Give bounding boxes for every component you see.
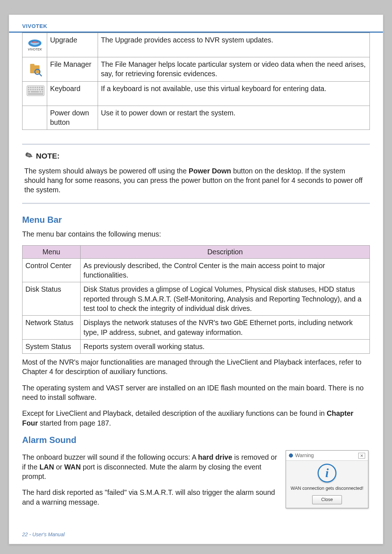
info-icon: i (318, 464, 336, 483)
svg-rect-18 (37, 89, 38, 90)
svg-rect-17 (34, 89, 36, 90)
svg-rect-8 (30, 87, 32, 88)
menu-desc: As previously described, the Control Cen… (81, 258, 370, 282)
menubar-heading: Menu Bar (22, 214, 370, 226)
warning-message: WAN connection gets disconnected! (287, 485, 367, 492)
col-description: Description (81, 246, 370, 258)
table-header-row: Menu Description (23, 246, 370, 258)
menu-name: Control Center (23, 258, 81, 282)
warning-title-text: Warning (295, 452, 314, 459)
table-row: VIVOTEK Upgrade The Upgrade provides acc… (23, 33, 370, 57)
svg-rect-19 (39, 89, 40, 90)
file-manager-icon (26, 61, 43, 78)
table-row: Power down button Use it to power down o… (23, 106, 370, 130)
icon-cell (23, 82, 47, 106)
item-name: File Manager (47, 57, 98, 82)
paragraph: Except for LiveClient and Playback, deta… (22, 409, 370, 428)
table-row: File Manager The File Manager helps loca… (23, 57, 370, 82)
svg-rect-16 (32, 89, 34, 90)
pen-icon: ✎ (22, 148, 35, 163)
svg-rect-24 (42, 91, 43, 93)
table-row: Keyboard If a keyboard is not available,… (23, 82, 370, 106)
warning-title-icon (289, 454, 293, 457)
item-desc: The File Manager helps locate particular… (98, 57, 370, 82)
svg-rect-15 (30, 89, 32, 90)
upgrade-icon: VIVOTEK (26, 37, 43, 53)
page-header: VIVOTEK (9, 15, 383, 33)
table-row: System Status Reports system overall wor… (23, 339, 370, 353)
close-button[interactable]: Close (312, 495, 342, 504)
svg-rect-21 (28, 91, 30, 93)
item-name: Keyboard (47, 82, 98, 106)
paragraph: The operating system and VAST server are… (22, 383, 370, 402)
menubar-intro: The menu bar contains the following menu… (22, 229, 370, 239)
document-page: VIVOTEK VIVOTEK (9, 15, 383, 544)
paragraph: Most of the NVR's major functionalities … (22, 357, 370, 377)
svg-rect-12 (39, 87, 40, 88)
note-box: ✎ NOTE: The system should always be powe… (22, 144, 370, 204)
menu-desc: Displays the network statuses of the NVR… (81, 316, 370, 340)
svg-rect-14 (28, 89, 29, 90)
close-icon[interactable]: ✕ (358, 453, 365, 459)
svg-text:VIVOTEK: VIVOTEK (28, 48, 42, 51)
menu-desc: Reports system overall working status. (81, 339, 370, 353)
table-row: Control Center As previously described, … (23, 258, 370, 282)
item-desc: The Upgrade provides access to NVR syste… (98, 33, 370, 57)
note-heading-text: NOTE: (36, 151, 60, 161)
icon-cell (23, 57, 47, 82)
warning-body: i WAN connection gets disconnected! Clos… (286, 461, 368, 508)
warning-titlebar: Warning ✕ (286, 451, 368, 461)
menu-desc: Disk Status provides a glimpse of Logica… (81, 282, 370, 316)
item-desc: If a keyboard is not available, use this… (98, 82, 370, 106)
menubar-table: Menu Description Control Center As previ… (22, 245, 370, 354)
table-row: Disk Status Disk Status provides a glimp… (23, 282, 370, 316)
menu-name: System Status (23, 339, 81, 353)
item-desc: Use it to power down or restart the syst… (98, 106, 370, 130)
svg-rect-9 (32, 87, 34, 88)
col-menu: Menu (23, 246, 81, 258)
page-content: VIVOTEK Upgrade The Upgrade provides acc… (9, 33, 383, 522)
item-name: Upgrade (47, 33, 98, 57)
warning-title-left: Warning (289, 452, 314, 459)
icon-cell (23, 106, 47, 130)
alarm-heading: Alarm Sound (22, 434, 370, 446)
note-paragraph: The system should always be powered off … (24, 166, 368, 195)
svg-rect-23 (40, 91, 41, 93)
keyboard-icon (26, 85, 43, 102)
svg-rect-10 (34, 87, 36, 88)
svg-rect-3 (30, 64, 34, 66)
svg-rect-7 (28, 87, 29, 88)
svg-rect-11 (37, 87, 38, 88)
item-name: Power down button (47, 106, 98, 130)
alarm-block: Warning ✕ i WAN connection gets disconne… (22, 449, 370, 513)
menu-name: Network Status (23, 316, 81, 340)
svg-rect-20 (41, 89, 43, 90)
svg-rect-22 (31, 91, 39, 93)
page-footer: 22 - User's Manual (22, 532, 65, 537)
svg-line-5 (39, 74, 42, 76)
icon-cell: VIVOTEK (23, 33, 47, 57)
brand-label: VIVOTEK (22, 23, 47, 29)
svg-rect-25 (28, 93, 43, 95)
warning-dialog: Warning ✕ i WAN connection gets disconne… (286, 450, 368, 508)
note-heading: ✎ NOTE: (24, 150, 368, 163)
svg-rect-13 (41, 87, 43, 88)
desktop-items-table: VIVOTEK Upgrade The Upgrade provides acc… (22, 33, 370, 130)
table-row: Network Status Displays the network stat… (23, 316, 370, 340)
menu-name: Disk Status (23, 282, 81, 316)
